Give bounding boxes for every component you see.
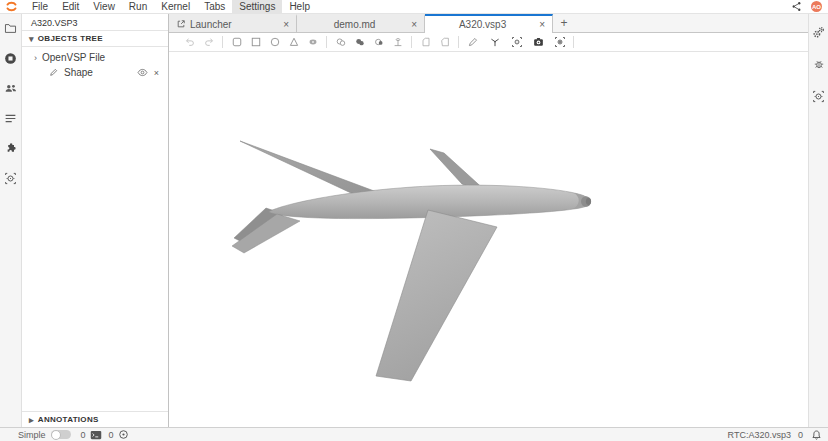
box-icon[interactable] (229, 34, 245, 51)
dock-panel: Launcher × demo.md × A320.vsp3 × + (169, 14, 808, 427)
main-area: A320.VSP3 ▾ OBJECTS TREE › OpenVSP File … (0, 14, 828, 427)
terminal-icon (90, 429, 102, 440)
toolbar-separator (326, 36, 327, 48)
debugger-icon[interactable] (811, 56, 827, 72)
simple-mode-toggle[interactable] (51, 430, 71, 439)
jupyterlab-window: File Edit View Run Kernel Tabs Settings … (0, 0, 828, 441)
toolbar-separator (222, 36, 223, 48)
axes-icon[interactable] (487, 34, 503, 51)
toolbar-separator (458, 36, 459, 48)
aircraft-model (230, 140, 592, 385)
menu-bar: File Edit View Run Kernel Tabs Settings … (0, 0, 828, 14)
objects-tree-label: OBJECTS TREE (38, 34, 103, 43)
toggle-knob (51, 430, 61, 440)
terminals-status[interactable]: 0 (81, 429, 102, 440)
notifications-count: 0 (798, 430, 803, 440)
terminals-count: 0 (81, 430, 86, 440)
app-logo-icon (5, 1, 19, 13)
eye-icon[interactable] (137, 67, 149, 79)
annotations-label: ANNOTATIONS (38, 415, 99, 424)
property-inspector-icon[interactable] (811, 24, 827, 40)
objects-tree-header[interactable]: ▾ OBJECTS TREE (22, 31, 168, 47)
simple-mode-label: Simple (18, 430, 46, 440)
annotations-header[interactable]: ▸ ANNOTATIONS (22, 411, 168, 427)
status-bar: Simple 0 0 RTC:A320.vsp3 0 (0, 427, 828, 441)
tab-demo-md[interactable]: demo.md × (297, 14, 425, 32)
undo-icon[interactable] (182, 34, 198, 51)
file-browser-icon[interactable] (3, 20, 19, 36)
right-activity-bar (808, 14, 828, 427)
statusbar-right: RTC:A320.vsp3 0 (728, 429, 822, 440)
tab-label: demo.md (304, 19, 405, 30)
cad-panel-icon[interactable] (3, 170, 19, 186)
intersection-icon[interactable] (371, 34, 387, 51)
menu-kernel[interactable]: Kernel (154, 0, 197, 13)
cut-icon[interactable] (333, 34, 349, 51)
menu-run[interactable]: Run (122, 0, 154, 13)
tree-item-label: Shape (64, 67, 93, 78)
toolbar-separator (411, 36, 412, 48)
torus-icon[interactable] (305, 34, 321, 51)
close-icon[interactable]: × (533, 19, 545, 30)
sketch2-icon[interactable] (437, 34, 453, 51)
union-icon[interactable] (352, 34, 368, 51)
avatar[interactable]: AO (811, 1, 822, 12)
tab-label: A320.vsp3 (432, 19, 533, 30)
tab-launcher[interactable]: Launcher × (169, 14, 297, 32)
chevron-right-icon[interactable]: › (34, 54, 37, 62)
close-icon[interactable]: × (277, 19, 289, 30)
tree-item-openvsp-file[interactable]: › OpenVSP File (22, 50, 168, 65)
explode-view-icon[interactable] (509, 34, 525, 51)
menu-tabs[interactable]: Tabs (197, 0, 232, 13)
sketch-icon[interactable] (418, 34, 434, 51)
pen-icon[interactable] (465, 34, 481, 51)
3d-viewport[interactable] (169, 52, 808, 427)
camera-settings-icon[interactable] (552, 34, 568, 51)
new-tab-button[interactable]: + (553, 14, 575, 32)
caret-down-icon: ▾ (29, 35, 34, 43)
share-icon[interactable] (789, 1, 803, 13)
extrusion-icon[interactable] (390, 34, 406, 51)
close-icon[interactable]: × (154, 68, 159, 78)
panel-title: A320.VSP3 (22, 14, 168, 31)
redo-icon[interactable] (201, 34, 217, 51)
menu-help[interactable]: Help (282, 0, 317, 13)
toolbar-separator (573, 36, 574, 48)
camera-icon[interactable] (530, 34, 546, 51)
square-icon[interactable] (248, 34, 264, 51)
objects-tree: › OpenVSP File Shape (22, 47, 168, 80)
caret-right-icon: ▸ (29, 416, 34, 424)
close-icon[interactable]: × (405, 19, 417, 30)
kernel-icon (118, 429, 130, 440)
tree-item-shape[interactable]: Shape × (22, 65, 168, 80)
bell-icon[interactable] (810, 429, 822, 440)
left-sidebar-panel: A320.VSP3 ▾ OBJECTS TREE › OpenVSP File … (22, 14, 169, 427)
sphere-icon[interactable] (267, 34, 283, 51)
tab-bar: Launcher × demo.md × A320.vsp3 × + (169, 14, 808, 33)
running-sessions-icon[interactable] (3, 50, 19, 66)
menu-edit[interactable]: Edit (55, 0, 86, 13)
left-activity-bar (0, 14, 22, 427)
collaborators-icon[interactable] (3, 80, 19, 96)
tab-a320-vsp3[interactable]: A320.vsp3 × (425, 14, 553, 33)
plus-icon: + (560, 16, 567, 30)
extensions-icon[interactable] (3, 140, 19, 156)
pencil-icon (47, 67, 59, 79)
menu-settings[interactable]: Settings (232, 0, 282, 13)
kernels-status[interactable]: 0 (109, 429, 130, 440)
launcher-icon (176, 19, 186, 29)
table-of-contents-icon[interactable] (3, 110, 19, 126)
menu-file[interactable]: File (25, 0, 55, 13)
document-toolbar (169, 33, 808, 52)
kernels-count: 0 (109, 430, 114, 440)
menu-view[interactable]: View (86, 0, 122, 13)
tab-label: Launcher (190, 19, 277, 30)
rtc-status-label: RTC:A320.vsp3 (728, 430, 791, 440)
cone-icon[interactable] (286, 34, 302, 51)
tree-item-label: OpenVSP File (42, 52, 105, 63)
cad-panel-icon[interactable] (811, 88, 827, 104)
